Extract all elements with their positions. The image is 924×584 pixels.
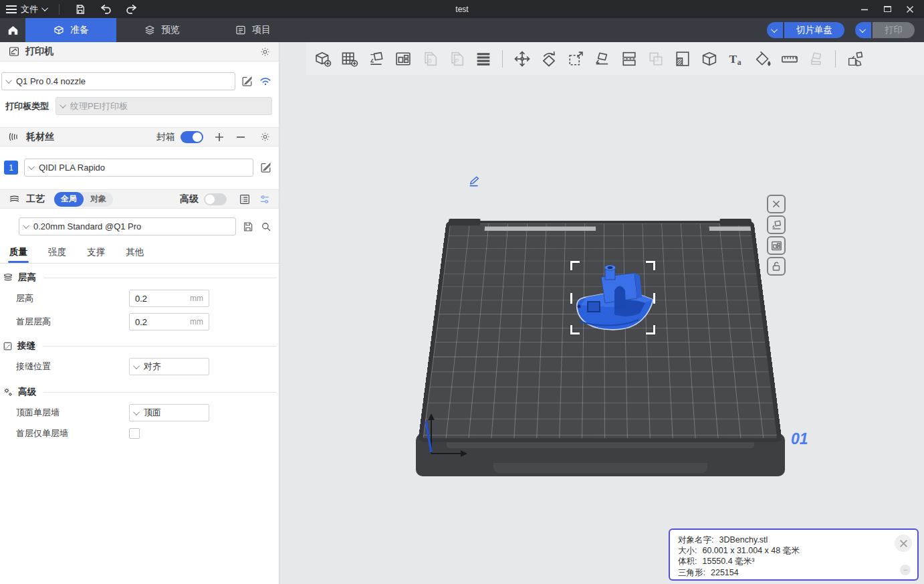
process-tab-support[interactable]: 支撑 [87,246,105,263]
filament-preset-select[interactable]: QIDI PLA Rapido [24,159,253,177]
printer-icon [8,45,20,58]
preset-compare-icon[interactable] [259,193,271,205]
copy-button[interactable]: 0 [419,47,441,70]
edit-filament-icon[interactable] [259,161,272,174]
layer-height-row: 层高 mm [0,290,279,307]
close-button[interactable] [900,2,920,17]
auto-orient-plate-button[interactable] [767,215,786,234]
save-preset-icon[interactable] [242,221,254,233]
merge-tool-button[interactable] [645,47,667,70]
first-layer-height-input[interactable] [135,317,175,327]
print-split-button: 打印 [855,22,915,38]
support-paint-button[interactable] [805,47,827,70]
file-menu-chevron-icon[interactable] [41,5,48,11]
slice-options-button[interactable] [767,22,784,38]
split-to-objects-button[interactable] [844,47,866,70]
process-preset-select[interactable]: 0.20mm Standard @Q1 Pro [19,217,236,235]
box-toggle[interactable] [181,131,203,143]
lock-plate-button[interactable] [767,257,786,276]
auto-arrange-button[interactable] [365,47,387,70]
selection-box [570,261,655,334]
parameter-list-icon[interactable] [239,193,251,205]
merge-icon [647,50,665,68]
save-button[interactable] [70,2,90,17]
info-minimize-button[interactable]: − [900,565,911,575]
process-tab-quality[interactable]: 质量 [9,246,27,263]
minimize-button[interactable] [854,2,875,17]
scope-object-button[interactable]: 对象 [84,192,113,207]
object-triangles-value: 225154 [711,567,739,578]
file-menu-button[interactable]: 文件 [5,3,38,15]
home-button[interactable] [0,18,25,42]
scale-tool-button[interactable] [564,47,586,70]
add-plate-button[interactable] [338,47,360,70]
chevron-down-icon [28,163,35,170]
mesh-boolean-button[interactable] [698,47,720,70]
paste-button[interactable]: P [445,47,467,70]
paint-tool-button[interactable] [752,47,774,70]
plate-settings-button[interactable] [767,236,786,255]
undo-button[interactable] [96,2,116,17]
advanced-toggle[interactable] [204,193,227,205]
top-one-wall-select[interactable]: 顶面 [129,404,209,421]
variable-layer-height-button[interactable] [671,47,693,70]
remove-filament-icon[interactable] [235,132,246,142]
search-preset-icon[interactable] [260,221,272,233]
text-tool-icon: Ta [727,50,745,68]
object-size-label: 大小: [678,545,697,556]
info-close-button[interactable] [895,534,912,552]
tab-prepare[interactable]: 准备 [25,18,116,42]
process-section-title: 工艺 [26,193,45,205]
rotate-tool-button[interactable] [538,47,560,70]
printer-preset-select[interactable]: Q1 Pro 0.4 nozzle [1,72,235,90]
maximize-button[interactable] [877,2,897,17]
filament-slot-badge[interactable]: 1 [4,161,18,175]
redo-button[interactable] [121,2,141,17]
chevron-down-icon [771,26,778,33]
printer-settings-gear-icon[interactable] [259,46,271,58]
move-icon [513,50,532,68]
process-tab-strength[interactable]: 强度 [48,246,66,263]
seam-position-select[interactable]: 对齐 [129,358,209,375]
svg-text:0: 0 [428,56,432,64]
plate-layout-button[interactable] [392,47,414,70]
filament-settings-gear-icon[interactable] [259,131,271,142]
layer-height-input[interactable] [135,294,175,304]
hamburger-icon [5,5,17,14]
viewport-3d[interactable]: 0 P Ta [280,42,924,584]
print-options-button[interactable] [855,22,873,38]
measure-icon [780,50,799,68]
scope-global-button[interactable]: 全局 [54,192,84,207]
measure-tool-button[interactable] [778,47,800,70]
move-tool-button[interactable] [511,47,533,70]
settings-panel: 打印机 Q1 Pro 0.4 nozzle 打印板类型 纹理PEI打印板 耗材丝… [0,42,279,584]
delete-plate-button[interactable] [767,195,786,213]
printer-preset-value: Q1 Pro 0.4 nozzle [16,76,86,86]
plate-type-select[interactable]: 纹理PEI打印板 [55,97,272,115]
plate-number-label[interactable]: 01 [791,430,808,448]
edit-printer-icon[interactable] [241,75,253,88]
layer-height-label: 层高 [16,292,129,304]
lay-on-face-button[interactable] [591,47,613,70]
auto-orient-plate-icon [770,219,783,231]
filament-section-title: 耗材丝 [26,131,54,143]
box-toggle-label: 封箱 [156,131,175,143]
cut-tool-button[interactable] [618,47,640,70]
process-tab-others[interactable]: 其他 [126,246,144,263]
object-list-button[interactable] [472,47,494,70]
tab-preview[interactable]: 预览 [116,18,207,42]
tab-preview-label: 预览 [161,24,180,36]
delete-plate-icon [770,198,782,210]
edit-plate-name-icon[interactable] [467,174,482,187]
top-one-wall-value: 顶面 [144,407,161,419]
first-layer-height-unit: mm [190,317,203,326]
add-model-button[interactable] [312,47,334,70]
text-tool-button[interactable]: Ta [725,47,747,70]
wifi-icon[interactable] [259,76,272,87]
add-filament-icon[interactable] [214,132,225,142]
slice-plate-button[interactable]: 切片单盘 [784,22,844,38]
first-layer-one-wall-checkbox[interactable] [129,428,140,439]
process-icon [8,194,21,205]
print-button[interactable]: 打印 [873,22,915,38]
tab-project[interactable]: 项目 [207,18,298,42]
